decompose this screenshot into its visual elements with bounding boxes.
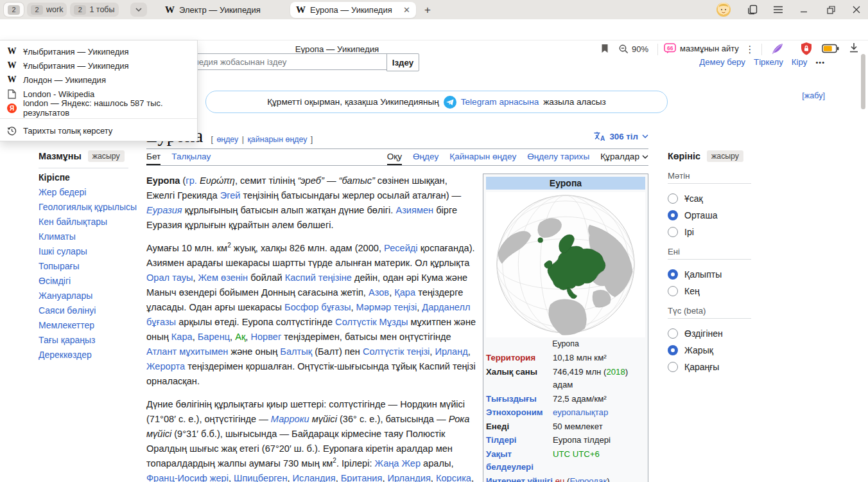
radio-selected-icon[interactable] [668, 345, 678, 355]
wiki-link[interactable]: UTC UTC+6 [553, 449, 600, 459]
toc-item[interactable]: Дереккөздер [39, 351, 140, 360]
radio-option[interactable]: Жарық [668, 342, 777, 359]
page-tab-өңдеу[interactable]: Өңдеу [413, 152, 438, 165]
search-button[interactable]: Іздеу [386, 53, 419, 71]
wiki-link[interactable]: Қара [394, 287, 415, 298]
tab-group-chevron[interactable] [130, 3, 147, 17]
banner-close-link[interactable]: [жабу] [802, 91, 825, 100]
toc-hide-button[interactable]: жасыру [88, 150, 125, 162]
suggestion-item[interactable]: Яlondon — Яндекс: нашлось 587 тыс. резул… [0, 101, 197, 115]
wiki-link[interactable]: еуропалықтар [553, 407, 608, 417]
wiki-link[interactable]: Марроки [271, 414, 309, 424]
wiki-link[interactable]: Франц-Иосиф жері [146, 473, 229, 482]
suggestion-item[interactable]: WҰлыбритания — Уикипедия [0, 44, 197, 58]
browser-tab-active[interactable]: W Еуропа — Уикипедия ✕ [290, 2, 416, 18]
window-minimize-icon[interactable] [795, 0, 813, 19]
download-icon[interactable] [849, 42, 859, 54]
radio-option[interactable]: Ұсақ [668, 190, 777, 207]
edit-link[interactable]: өңдеу [216, 135, 238, 144]
side-panels-icon[interactable] [743, 0, 761, 19]
wiki-link[interactable]: Еуразия [146, 205, 182, 215]
show-full-history-item[interactable]: Тарихты толық көрсету [0, 122, 197, 139]
appearance-hide-button[interactable]: жасыру [707, 150, 743, 162]
page-tab-қайнарын-өңдеу[interactable]: Қайнарын өңдеу [449, 152, 516, 165]
infobox-label[interactable]: Тығыздығы [486, 393, 553, 406]
wiki-link[interactable]: Ресейді [384, 243, 418, 253]
toc-item[interactable]: Өсімдігі [39, 277, 140, 286]
toc-item[interactable]: Мемлекеттер [39, 321, 140, 330]
europe-globe-image[interactable] [486, 192, 645, 337]
toc-item[interactable]: Климаты [39, 233, 140, 242]
tab-close-icon[interactable]: ✕ [403, 5, 410, 15]
search-input[interactable] [170, 53, 392, 70]
wiki-link[interactable]: Норвег [250, 332, 281, 342]
telegram-link[interactable]: Telegram арнасына [461, 97, 539, 107]
toc-item[interactable]: Саяси бөлінуі [39, 307, 140, 316]
radio-icon[interactable] [668, 193, 678, 204]
wiki-link[interactable]: Мәрмәр теңізі [356, 302, 417, 312]
toc-item[interactable]: Жануарлары [39, 292, 140, 301]
radio-icon[interactable] [668, 227, 678, 237]
window-close-icon[interactable] [847, 0, 865, 19]
radio-option[interactable]: Өздігінен [668, 325, 777, 342]
toc-item[interactable]: Топырағы [39, 262, 140, 271]
wiki-link[interactable]: Кара [171, 332, 193, 342]
page-tab-өңделу-тарихы[interactable]: Өңделу тарихы [527, 152, 589, 165]
suggestion-item[interactable]: WЛондон — Уикипедия [0, 73, 197, 87]
toc-item[interactable]: Кіріспе [39, 174, 140, 183]
wiki-link[interactable]: гр. [186, 175, 197, 186]
menu-icon[interactable] [769, 0, 787, 19]
radio-selected-icon[interactable] [668, 210, 678, 220]
radio-option[interactable]: Ірі [668, 224, 777, 240]
suggestion-item[interactable]: WҰлыбритания — Уикипедия [0, 58, 197, 73]
kebab-menu-icon[interactable]: ⋮ [745, 43, 755, 56]
wiki-link[interactable]: Эгей [220, 190, 241, 201]
page-tab-құралдар[interactable]: Құралдар [600, 152, 648, 165]
languages-button[interactable]: A 306 тіл [593, 131, 648, 141]
bookmark-icon[interactable] [601, 44, 609, 53]
edit-link[interactable]: қайнарын өңдеу [247, 135, 307, 144]
more-options-icon[interactable]: ••• [815, 58, 825, 66]
wiki-link[interactable]: Босфор бұғазы [284, 302, 351, 312]
toc-item[interactable]: Тағы қараңыз [39, 336, 140, 345]
wiki-link[interactable]: Ирланд [435, 346, 467, 357]
radio-icon[interactable] [668, 328, 678, 339]
header-link[interactable]: Тіркелу [754, 57, 783, 67]
wiki-link[interactable]: Исландия [293, 473, 336, 482]
wiki-link[interactable]: Азиямен [395, 205, 433, 215]
wiki-link[interactable]: Балтық [280, 346, 312, 357]
toc-item[interactable]: Геологиялық құрылысы [39, 203, 140, 212]
battery-icon[interactable] [822, 44, 839, 53]
wiki-link[interactable]: Шпицберген [234, 473, 287, 482]
wiki-link[interactable]: Орал тауы [146, 272, 193, 283]
read-aloud-button[interactable]: 66 мазмұнын айту [664, 43, 739, 54]
radio-icon[interactable] [668, 362, 678, 372]
wiki-link[interactable]: Корсика [436, 473, 471, 482]
wiki-link[interactable]: 2018 [606, 367, 625, 377]
infobox-label[interactable]: Уақыт белдеулері [486, 448, 553, 474]
wiki-link[interactable]: Жерорта [146, 361, 185, 371]
page-tab-бет[interactable]: Бет [146, 152, 161, 165]
infobox-label[interactable]: Этнохороним [486, 406, 553, 420]
infobox-label[interactable]: Территория [486, 352, 553, 365]
header-link[interactable]: Демеу беру [699, 57, 745, 67]
wiki-link[interactable]: Каспий теңізіне [285, 272, 352, 283]
infobox-label[interactable]: Тілдері [486, 434, 553, 447]
feather-extension-icon[interactable] [770, 42, 785, 56]
radio-icon[interactable] [668, 286, 678, 296]
new-tab-button[interactable]: + [420, 3, 435, 18]
wiki-link[interactable]: Британия [341, 473, 383, 482]
radio-option[interactable]: Орташа [668, 207, 777, 224]
wiki-link[interactable]: Баренц [198, 332, 230, 342]
radio-option[interactable]: Қалыпты [668, 266, 777, 283]
window-restore-icon[interactable] [822, 0, 840, 19]
page-tab-талқылау[interactable]: Талқылау [171, 152, 211, 165]
radio-option[interactable]: Қараңғы [668, 359, 777, 375]
wiki-link[interactable]: .eu [553, 476, 564, 482]
zoom-control[interactable]: 90% [619, 44, 648, 54]
wiki-link[interactable]: Ирландия [387, 473, 430, 482]
profile-avatar[interactable] [716, 3, 731, 17]
wiki-link[interactable]: Ақ [235, 332, 245, 342]
wiki-link[interactable]: Азов [369, 287, 389, 298]
wiki-link[interactable]: Солтүстік теңізі [363, 346, 430, 357]
